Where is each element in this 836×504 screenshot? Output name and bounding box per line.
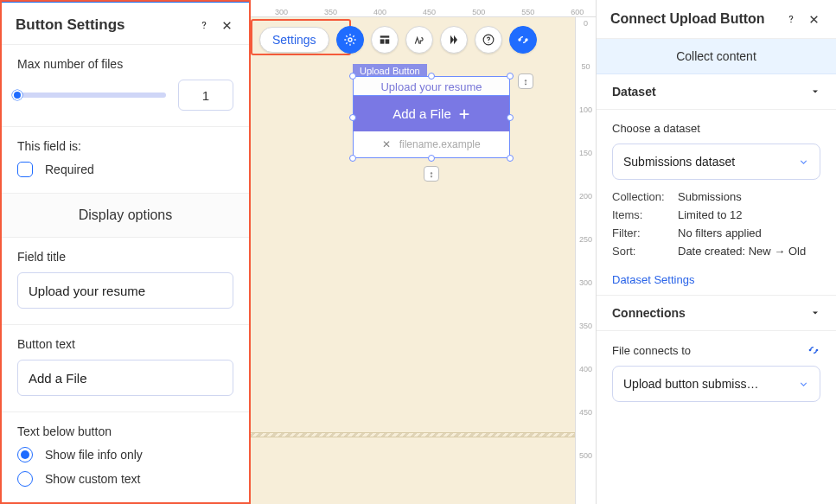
field-title-section: Field title Upload your resume <box>2 238 249 325</box>
kv-val: Date created: New → Old <box>678 245 806 258</box>
connect-panel: Connect Upload Button Collect content Da… <box>596 0 836 504</box>
panel-top-strip <box>2 2 249 3</box>
selection-handle[interactable] <box>349 73 356 80</box>
button-text-label: Button text <box>17 337 233 351</box>
close-icon[interactable] <box>218 16 235 34</box>
kv-key: Filter: <box>612 226 674 239</box>
widget-title: Upload your resume <box>354 77 509 96</box>
remove-file-icon[interactable]: ✕ <box>382 138 391 150</box>
stretch-icon[interactable]: ↕ <box>518 73 533 89</box>
horizontal-ruler: 300350400450500550600650 <box>251 0 596 17</box>
chevron-down-icon <box>798 156 809 168</box>
svg-rect-2 <box>380 35 389 37</box>
svg-point-8 <box>525 38 527 41</box>
file-connects-select[interactable]: Upload button submiss… <box>612 366 820 402</box>
svg-point-1 <box>348 38 352 41</box>
connections-accordion[interactable]: Connections <box>597 295 836 331</box>
disconnect-icon[interactable] <box>807 343 820 357</box>
dataset-acc-label: Dataset <box>612 85 656 99</box>
section-divider[interactable] <box>251 432 575 437</box>
help-icon[interactable] <box>195 16 213 34</box>
panel-header: Button Settings <box>2 6 249 45</box>
dataset-select-value: Submissions dataset <box>623 155 735 169</box>
chevron-down-icon <box>810 308 820 318</box>
floating-toolbar: Settings <box>256 22 540 57</box>
kv-key: Sort: <box>612 245 674 258</box>
selection-handle[interactable] <box>507 155 514 162</box>
max-files-slider[interactable] <box>17 93 166 98</box>
stretch-icon[interactable]: ↕ <box>424 166 439 182</box>
dataset-body: Choose a dataset Submissions dataset Col… <box>597 110 836 295</box>
svg-point-9 <box>790 22 791 22</box>
design-icon[interactable] <box>405 26 433 54</box>
connect-panel-title: Connect Upload Button <box>610 11 777 27</box>
help-icon[interactable] <box>782 10 800 28</box>
required-checkbox[interactable] <box>17 162 33 177</box>
chevron-down-icon <box>798 379 809 390</box>
toolbar-settings-button[interactable]: Settings <box>259 27 329 53</box>
chevron-down-icon <box>810 86 820 97</box>
kv-key: Items: <box>612 208 674 221</box>
svg-rect-4 <box>385 39 389 43</box>
radio-show-custom-text[interactable] <box>17 471 33 487</box>
field-title-label: Field title <box>17 250 233 264</box>
vertical-ruler: 050100150200250300350400450500 <box>575 17 596 504</box>
text-below-section: Text below button Show file info only Sh… <box>2 412 249 502</box>
close-icon[interactable] <box>805 10 822 28</box>
dataset-select[interactable]: Submissions dataset <box>612 144 820 180</box>
selection-handle[interactable] <box>428 73 435 80</box>
choose-dataset-label: Choose a dataset <box>612 122 820 135</box>
widget-filename-row: ✕ filename.example <box>354 131 509 157</box>
svg-point-0 <box>203 28 204 29</box>
svg-rect-3 <box>380 39 384 43</box>
slider-thumb[interactable] <box>12 90 22 100</box>
selection-handle[interactable] <box>349 114 356 121</box>
button-settings-panel: Button Settings Max number of files 1 Th… <box>0 0 251 504</box>
connect-data-icon[interactable] <box>509 26 537 54</box>
this-field-is-label: This field is: <box>17 139 233 153</box>
dataset-settings-link[interactable]: Dataset Settings <box>612 273 694 286</box>
svg-point-7 <box>518 38 520 41</box>
radio-show-file-label: Show file info only <box>45 448 143 462</box>
max-files-label: Max number of files <box>17 57 233 71</box>
file-connects-value: Upload button submiss… <box>623 377 758 391</box>
kv-key: Collection: <box>612 190 674 203</box>
required-label: Required <box>45 163 94 176</box>
add-file-label: Add a File <box>392 106 451 121</box>
layout-icon[interactable] <box>371 26 399 54</box>
svg-point-11 <box>816 349 819 352</box>
selection-handle[interactable] <box>507 114 514 121</box>
max-files-section: Max number of files 1 <box>2 45 249 127</box>
connections-acc-label: Connections <box>612 306 686 320</box>
kv-val: Submissions <box>678 190 742 203</box>
svg-point-10 <box>809 349 812 352</box>
editor-canvas[interactable]: 300350400450500550600650 050100150200250… <box>251 0 596 504</box>
selection-handle[interactable] <box>507 73 514 80</box>
dataset-accordion[interactable]: Dataset <box>597 74 836 110</box>
display-options-header: Display options <box>2 194 249 238</box>
gear-icon[interactable] <box>336 26 364 54</box>
help-circle-icon[interactable] <box>475 26 502 54</box>
max-files-value[interactable]: 1 <box>178 80 233 111</box>
upload-button-widget[interactable]: ↕ ↕ Upload your resume Add a File ✕ file… <box>353 76 510 158</box>
selection-handle[interactable] <box>349 155 356 162</box>
collect-content-tab[interactable]: Collect content <box>597 39 836 74</box>
selection-handle[interactable] <box>428 155 435 162</box>
svg-point-6 <box>488 42 488 43</box>
kv-val: Limited to 12 <box>678 208 742 221</box>
required-section: This field is: Required <box>2 127 249 194</box>
connections-body: File connects to Upload button submiss… <box>597 331 836 418</box>
kv-val: No filters applied <box>678 226 762 239</box>
animation-icon[interactable] <box>440 26 468 54</box>
add-file-button[interactable]: Add a File <box>354 96 509 131</box>
text-below-label: Text below button <box>17 424 233 438</box>
file-connects-label: File connects to <box>612 344 691 357</box>
button-text-section: Button text Add a File <box>2 325 249 412</box>
button-text-input[interactable]: Add a File <box>17 360 233 396</box>
field-title-input[interactable]: Upload your resume <box>17 272 233 309</box>
panel-title: Button Settings <box>16 16 190 34</box>
widget-filename: filename.example <box>399 138 481 150</box>
radio-show-custom-label: Show custom text <box>45 472 141 486</box>
plus-icon <box>458 108 470 120</box>
radio-show-file-info[interactable] <box>17 447 33 463</box>
